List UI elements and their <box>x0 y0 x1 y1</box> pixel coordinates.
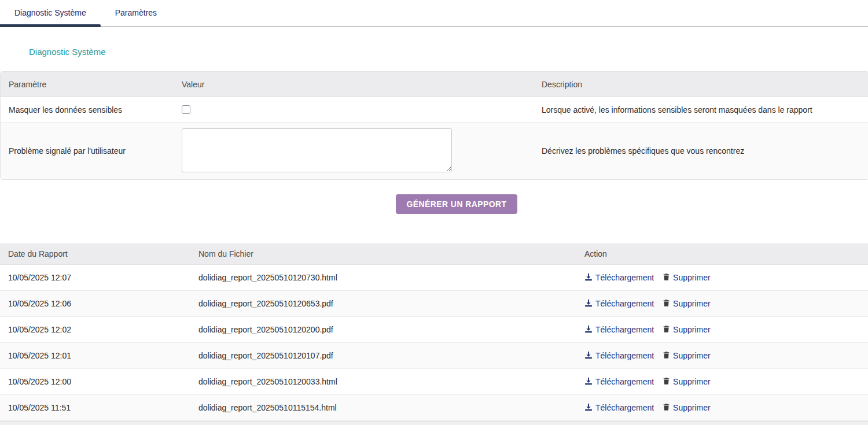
delete-link[interactable]: Supprimer <box>663 351 711 361</box>
table-row: 10/05/2025 12:07 dolidiag_report_2025051… <box>0 265 868 291</box>
download-label: Téléchargement <box>595 377 654 386</box>
download-label: Téléchargement <box>595 351 654 360</box>
report-date: 10/05/2025 12:02 <box>8 325 198 334</box>
report-date: 10/05/2025 12:01 <box>8 351 198 360</box>
reports-table-header: Date du Rapport Nom du Fichier Action <box>0 243 868 265</box>
tab-label: Paramètres <box>115 8 157 17</box>
download-label: Téléchargement <box>595 299 654 308</box>
trash-icon <box>663 403 670 413</box>
download-label: Téléchargement <box>595 325 654 334</box>
report-date: 10/05/2025 12:07 <box>8 273 198 282</box>
column-header-date: Date du Rapport <box>8 249 198 258</box>
generate-report-button[interactable]: GÉNÉRER UN RAPPORT <box>396 194 518 214</box>
download-link[interactable]: Téléchargement <box>584 325 654 335</box>
param-description: Décrivez les problèmes spécifiques que v… <box>542 146 868 156</box>
download-icon <box>584 273 593 283</box>
column-header-valeur: Valeur <box>182 80 542 89</box>
report-filename: dolidiag_report_20250510120653.pdf <box>198 299 584 308</box>
delete-label: Supprimer <box>673 351 711 360</box>
report-filename: dolidiag_report_20250510120033.html <box>198 377 584 386</box>
reports-table: Date du Rapport Nom du Fichier Action 10… <box>0 243 868 421</box>
report-date: 10/05/2025 12:00 <box>8 377 198 386</box>
download-icon <box>584 325 593 335</box>
delete-label: Supprimer <box>673 377 711 386</box>
report-date: 10/05/2025 11:51 <box>8 403 198 412</box>
trash-icon <box>663 299 670 309</box>
delete-label: Supprimer <box>673 273 711 282</box>
download-link[interactable]: Téléchargement <box>584 273 654 283</box>
trash-icon <box>663 273 670 283</box>
download-icon <box>584 351 593 361</box>
report-filename: dolidiag_report_20250510115154.html <box>198 403 584 412</box>
trash-icon <box>663 351 670 361</box>
page-title: Diagnostic Système <box>29 47 868 57</box>
delete-link[interactable]: Supprimer <box>663 273 711 283</box>
param-label: Masquer les données sensibles <box>9 105 182 114</box>
param-row-mask-sensitive: Masquer les données sensibles Lorsque ac… <box>1 97 868 123</box>
table-row: 10/05/2025 11:51 dolidiag_report_2025051… <box>0 395 868 421</box>
download-icon <box>584 299 593 309</box>
report-filename: dolidiag_report_20250510120107.pdf <box>198 351 584 360</box>
param-row-user-problem: Problème signalé par l'utilisateur Décri… <box>1 123 868 179</box>
tab-parametres[interactable]: Paramètres <box>101 0 171 26</box>
param-description: Lorsque activé, les informations sensibl… <box>542 105 868 114</box>
delete-label: Supprimer <box>673 403 711 412</box>
delete-link[interactable]: Supprimer <box>663 403 711 413</box>
mask-sensitive-checkbox[interactable] <box>182 105 190 114</box>
tab-bar: Diagnostic Système Paramètres <box>0 0 868 27</box>
delete-label: Supprimer <box>673 325 711 334</box>
table-row: 10/05/2025 12:01 dolidiag_report_2025051… <box>0 343 868 369</box>
param-label: Problème signalé par l'utilisateur <box>9 146 182 156</box>
tab-label: Diagnostic Système <box>14 8 86 17</box>
column-header-action: Action <box>584 249 868 258</box>
table-row: 10/05/2025 12:02 dolidiag_report_2025051… <box>0 317 868 343</box>
table-row: 10/05/2025 12:00 dolidiag_report_2025051… <box>0 369 868 395</box>
params-table: Paramètre Valeur Description Masquer les… <box>0 71 868 180</box>
delete-label: Supprimer <box>673 299 711 308</box>
download-link[interactable]: Téléchargement <box>584 299 654 309</box>
column-header-filename: Nom du Fichier <box>198 249 584 258</box>
trash-icon <box>663 377 670 387</box>
report-date: 10/05/2025 12:06 <box>8 299 198 308</box>
user-problem-textarea[interactable] <box>182 128 452 172</box>
download-icon <box>584 403 593 413</box>
delete-link[interactable]: Supprimer <box>663 377 711 387</box>
download-label: Téléchargement <box>595 273 654 282</box>
download-label: Téléchargement <box>595 403 654 412</box>
column-header-description: Description <box>542 80 868 89</box>
column-header-parametre: Paramètre <box>9 80 182 89</box>
download-link[interactable]: Téléchargement <box>584 351 654 361</box>
table-row: 10/05/2025 12:06 dolidiag_report_2025051… <box>0 291 868 317</box>
download-link[interactable]: Téléchargement <box>584 377 654 387</box>
download-icon <box>584 377 593 387</box>
report-filename: dolidiag_report_20250510120730.html <box>198 273 584 282</box>
trash-icon <box>663 325 670 335</box>
tab-diagnostic-systeme[interactable]: Diagnostic Système <box>0 0 101 26</box>
partial-next-row <box>0 421 868 425</box>
report-filename: dolidiag_report_20250510120200.pdf <box>198 325 584 334</box>
delete-link[interactable]: Supprimer <box>663 325 711 335</box>
delete-link[interactable]: Supprimer <box>663 299 711 309</box>
params-table-header: Paramètre Valeur Description <box>1 72 868 97</box>
download-link[interactable]: Téléchargement <box>584 403 654 413</box>
